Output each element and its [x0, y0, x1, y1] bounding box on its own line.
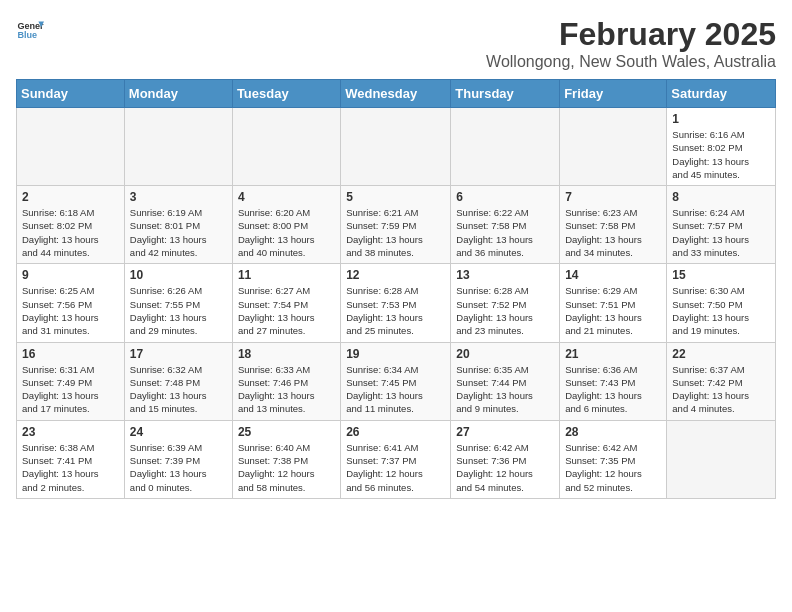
- calendar-cell: [341, 108, 451, 186]
- calendar-week-5: 23Sunrise: 6:38 AM Sunset: 7:41 PM Dayli…: [17, 420, 776, 498]
- calendar-cell: 17Sunrise: 6:32 AM Sunset: 7:48 PM Dayli…: [124, 342, 232, 420]
- day-info: Sunrise: 6:23 AM Sunset: 7:58 PM Dayligh…: [565, 206, 661, 259]
- calendar-cell: [560, 108, 667, 186]
- calendar-cell: [124, 108, 232, 186]
- day-number: 13: [456, 268, 554, 282]
- day-info: Sunrise: 6:29 AM Sunset: 7:51 PM Dayligh…: [565, 284, 661, 337]
- day-number: 20: [456, 347, 554, 361]
- calendar-cell: 21Sunrise: 6:36 AM Sunset: 7:43 PM Dayli…: [560, 342, 667, 420]
- calendar-cell: 23Sunrise: 6:38 AM Sunset: 7:41 PM Dayli…: [17, 420, 125, 498]
- day-number: 6: [456, 190, 554, 204]
- calendar-cell: 12Sunrise: 6:28 AM Sunset: 7:53 PM Dayli…: [341, 264, 451, 342]
- calendar-cell: 6Sunrise: 6:22 AM Sunset: 7:58 PM Daylig…: [451, 186, 560, 264]
- logo: General Blue: [16, 16, 44, 44]
- day-number: 1: [672, 112, 770, 126]
- header-tuesday: Tuesday: [232, 80, 340, 108]
- day-number: 12: [346, 268, 445, 282]
- calendar-cell: 8Sunrise: 6:24 AM Sunset: 7:57 PM Daylig…: [667, 186, 776, 264]
- header-thursday: Thursday: [451, 80, 560, 108]
- calendar-cell: [451, 108, 560, 186]
- calendar-cell: 25Sunrise: 6:40 AM Sunset: 7:38 PM Dayli…: [232, 420, 340, 498]
- calendar-title: February 2025: [486, 16, 776, 53]
- day-info: Sunrise: 6:38 AM Sunset: 7:41 PM Dayligh…: [22, 441, 119, 494]
- day-info: Sunrise: 6:21 AM Sunset: 7:59 PM Dayligh…: [346, 206, 445, 259]
- day-info: Sunrise: 6:18 AM Sunset: 8:02 PM Dayligh…: [22, 206, 119, 259]
- day-number: 19: [346, 347, 445, 361]
- day-info: Sunrise: 6:27 AM Sunset: 7:54 PM Dayligh…: [238, 284, 335, 337]
- day-number: 8: [672, 190, 770, 204]
- day-number: 15: [672, 268, 770, 282]
- calendar-subtitle: Wollongong, New South Wales, Australia: [486, 53, 776, 71]
- header-saturday: Saturday: [667, 80, 776, 108]
- day-number: 22: [672, 347, 770, 361]
- day-info: Sunrise: 6:42 AM Sunset: 7:35 PM Dayligh…: [565, 441, 661, 494]
- calendar-cell: 19Sunrise: 6:34 AM Sunset: 7:45 PM Dayli…: [341, 342, 451, 420]
- day-info: Sunrise: 6:31 AM Sunset: 7:49 PM Dayligh…: [22, 363, 119, 416]
- calendar-cell: 11Sunrise: 6:27 AM Sunset: 7:54 PM Dayli…: [232, 264, 340, 342]
- header-sunday: Sunday: [17, 80, 125, 108]
- day-info: Sunrise: 6:33 AM Sunset: 7:46 PM Dayligh…: [238, 363, 335, 416]
- calendar-cell: [667, 420, 776, 498]
- day-number: 17: [130, 347, 227, 361]
- calendar-header-row: Sunday Monday Tuesday Wednesday Thursday…: [17, 80, 776, 108]
- day-info: Sunrise: 6:20 AM Sunset: 8:00 PM Dayligh…: [238, 206, 335, 259]
- calendar-cell: 15Sunrise: 6:30 AM Sunset: 7:50 PM Dayli…: [667, 264, 776, 342]
- header-monday: Monday: [124, 80, 232, 108]
- calendar-cell: 18Sunrise: 6:33 AM Sunset: 7:46 PM Dayli…: [232, 342, 340, 420]
- calendar-cell: 5Sunrise: 6:21 AM Sunset: 7:59 PM Daylig…: [341, 186, 451, 264]
- day-info: Sunrise: 6:42 AM Sunset: 7:36 PM Dayligh…: [456, 441, 554, 494]
- calendar-cell: 26Sunrise: 6:41 AM Sunset: 7:37 PM Dayli…: [341, 420, 451, 498]
- page-header: General Blue February 2025 Wollongong, N…: [16, 16, 776, 71]
- day-info: Sunrise: 6:39 AM Sunset: 7:39 PM Dayligh…: [130, 441, 227, 494]
- calendar-week-1: 1Sunrise: 6:16 AM Sunset: 8:02 PM Daylig…: [17, 108, 776, 186]
- calendar-cell: 14Sunrise: 6:29 AM Sunset: 7:51 PM Dayli…: [560, 264, 667, 342]
- day-info: Sunrise: 6:32 AM Sunset: 7:48 PM Dayligh…: [130, 363, 227, 416]
- day-info: Sunrise: 6:26 AM Sunset: 7:55 PM Dayligh…: [130, 284, 227, 337]
- calendar-cell: 1Sunrise: 6:16 AM Sunset: 8:02 PM Daylig…: [667, 108, 776, 186]
- day-info: Sunrise: 6:28 AM Sunset: 7:52 PM Dayligh…: [456, 284, 554, 337]
- day-number: 27: [456, 425, 554, 439]
- calendar-cell: 16Sunrise: 6:31 AM Sunset: 7:49 PM Dayli…: [17, 342, 125, 420]
- day-number: 3: [130, 190, 227, 204]
- calendar-cell: 22Sunrise: 6:37 AM Sunset: 7:42 PM Dayli…: [667, 342, 776, 420]
- calendar-week-2: 2Sunrise: 6:18 AM Sunset: 8:02 PM Daylig…: [17, 186, 776, 264]
- day-info: Sunrise: 6:37 AM Sunset: 7:42 PM Dayligh…: [672, 363, 770, 416]
- day-info: Sunrise: 6:30 AM Sunset: 7:50 PM Dayligh…: [672, 284, 770, 337]
- day-info: Sunrise: 6:22 AM Sunset: 7:58 PM Dayligh…: [456, 206, 554, 259]
- day-number: 21: [565, 347, 661, 361]
- day-number: 25: [238, 425, 335, 439]
- calendar-cell: [232, 108, 340, 186]
- day-number: 9: [22, 268, 119, 282]
- calendar-cell: 27Sunrise: 6:42 AM Sunset: 7:36 PM Dayli…: [451, 420, 560, 498]
- day-number: 10: [130, 268, 227, 282]
- calendar-table: Sunday Monday Tuesday Wednesday Thursday…: [16, 79, 776, 499]
- day-info: Sunrise: 6:36 AM Sunset: 7:43 PM Dayligh…: [565, 363, 661, 416]
- calendar-cell: 28Sunrise: 6:42 AM Sunset: 7:35 PM Dayli…: [560, 420, 667, 498]
- calendar-cell: 24Sunrise: 6:39 AM Sunset: 7:39 PM Dayli…: [124, 420, 232, 498]
- header-wednesday: Wednesday: [341, 80, 451, 108]
- day-number: 23: [22, 425, 119, 439]
- calendar-cell: 2Sunrise: 6:18 AM Sunset: 8:02 PM Daylig…: [17, 186, 125, 264]
- calendar-cell: 4Sunrise: 6:20 AM Sunset: 8:00 PM Daylig…: [232, 186, 340, 264]
- calendar-cell: 10Sunrise: 6:26 AM Sunset: 7:55 PM Dayli…: [124, 264, 232, 342]
- calendar-week-3: 9Sunrise: 6:25 AM Sunset: 7:56 PM Daylig…: [17, 264, 776, 342]
- calendar-cell: 3Sunrise: 6:19 AM Sunset: 8:01 PM Daylig…: [124, 186, 232, 264]
- day-number: 26: [346, 425, 445, 439]
- day-info: Sunrise: 6:24 AM Sunset: 7:57 PM Dayligh…: [672, 206, 770, 259]
- day-number: 5: [346, 190, 445, 204]
- day-info: Sunrise: 6:25 AM Sunset: 7:56 PM Dayligh…: [22, 284, 119, 337]
- day-number: 11: [238, 268, 335, 282]
- day-number: 2: [22, 190, 119, 204]
- day-info: Sunrise: 6:16 AM Sunset: 8:02 PM Dayligh…: [672, 128, 770, 181]
- calendar-week-4: 16Sunrise: 6:31 AM Sunset: 7:49 PM Dayli…: [17, 342, 776, 420]
- day-number: 28: [565, 425, 661, 439]
- header-friday: Friday: [560, 80, 667, 108]
- day-info: Sunrise: 6:35 AM Sunset: 7:44 PM Dayligh…: [456, 363, 554, 416]
- calendar-cell: [17, 108, 125, 186]
- svg-text:Blue: Blue: [17, 30, 37, 40]
- day-number: 7: [565, 190, 661, 204]
- logo-icon: General Blue: [16, 16, 44, 44]
- day-info: Sunrise: 6:28 AM Sunset: 7:53 PM Dayligh…: [346, 284, 445, 337]
- day-number: 18: [238, 347, 335, 361]
- day-info: Sunrise: 6:40 AM Sunset: 7:38 PM Dayligh…: [238, 441, 335, 494]
